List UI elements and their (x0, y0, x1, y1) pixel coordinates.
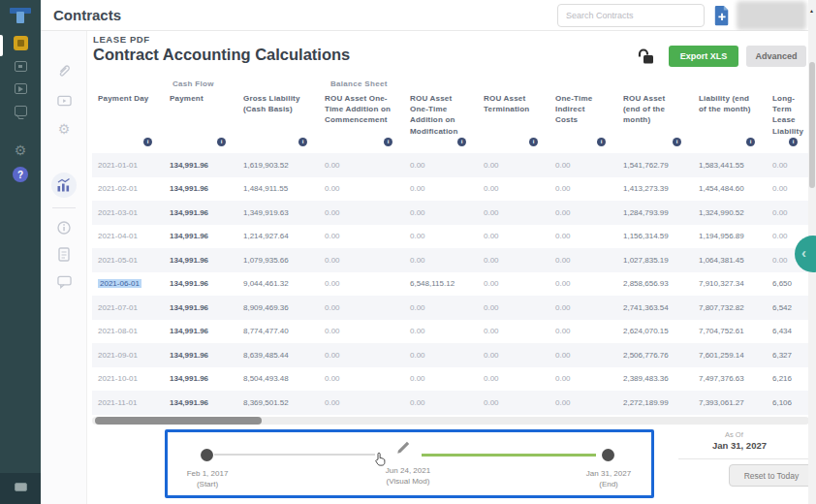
table-row[interactable]: 2021-02-01134,991.961,484,911.550.000.00… (92, 177, 809, 202)
column-info-icon[interactable]: i (298, 138, 307, 146)
table-row[interactable]: 2021-10-01134,991.968,504,493.480.000.00… (92, 367, 809, 392)
payment-day-cell[interactable]: 2021-05-01 (92, 256, 164, 265)
table-row[interactable]: 2021-07-01134,991.968,909,469.360.000.00… (92, 296, 809, 320)
add-document-button[interactable] (713, 5, 731, 30)
table-cell: 0.00 (319, 232, 404, 240)
timeline-end-caption: (End) (565, 480, 652, 488)
table-cell: 6,548,115.12 (404, 279, 478, 288)
table-row[interactable]: 2021-04-01134,991.961,214,927.640.000.00… (92, 225, 809, 249)
column-info-icon[interactable]: i (597, 138, 606, 146)
column-info-icon[interactable]: i (789, 138, 798, 146)
table-cell: 1,541,762.79 (617, 161, 693, 170)
payment-day-cell[interactable]: 2021-07-01 (92, 303, 164, 312)
table-row[interactable]: 2021-01-01134,991.961,619,903.520.000.00… (92, 153, 809, 177)
table-row[interactable]: 2021-11-01134,991.968,369,501.520.000.00… (92, 391, 809, 415)
tool-info[interactable] (41, 221, 87, 235)
timeline-start-caption: (Start) (164, 480, 251, 488)
info-cell: i (617, 138, 693, 146)
sidebar-item-apps[interactable] (0, 61, 41, 72)
tool-attachments[interactable] (41, 63, 87, 78)
table-cell: 2,858,656.93 (617, 279, 693, 288)
horizontal-scrollbar[interactable] (92, 417, 809, 425)
table-cell: 134,991.96 (164, 184, 237, 193)
horizontal-scrollbar-thumb[interactable] (95, 417, 262, 425)
export-xls-button[interactable]: Export XLS (669, 46, 738, 67)
tool-document[interactable] (41, 247, 87, 262)
sidebar-item-settings[interactable]: ⚙ (0, 143, 41, 157)
column-header: Payment (164, 93, 237, 137)
search-input[interactable] (557, 4, 705, 27)
chevron-left-icon: ‹ (801, 244, 806, 261)
table-cell: 0.00 (319, 256, 404, 265)
sidebar-item-share[interactable] (0, 83, 41, 94)
table-info-row: iiiiiiiiii (92, 138, 809, 146)
table-cell: 0.00 (549, 351, 617, 360)
payment-day-cell[interactable]: 2021-08-01 (92, 327, 164, 335)
table-cell: 134,991.96 (164, 374, 237, 383)
column-info-icon[interactable]: i (746, 138, 755, 146)
vertical-scrollbar-thumb[interactable] (809, 62, 815, 188)
payment-day-cell[interactable]: 2021-10-01 (92, 374, 164, 383)
app-logo[interactable] (0, 6, 41, 25)
sidebar-item-tray[interactable] (0, 483, 41, 491)
column-header: Gross Liability (Cash Basis) (237, 93, 319, 137)
payment-day-cell[interactable]: 2021-11-01 (92, 398, 164, 407)
table-row[interactable]: 2021-03-01134,991.961,349,919.630.000.00… (92, 201, 809, 225)
table-cell: 134,991.96 (164, 303, 237, 312)
payment-day-cell[interactable]: 2021-03-01 (92, 208, 164, 217)
timeline-mod-date: Jun 24, 2021 (364, 466, 452, 475)
contracts-active-icon (14, 36, 28, 50)
table-row[interactable]: 2021-05-01134,991.961,079,935.660.000.00… (92, 248, 809, 272)
column-info-icon[interactable]: i (217, 138, 226, 146)
column-info-icon[interactable]: i (529, 138, 538, 146)
column-info-icon[interactable]: i (143, 138, 152, 146)
sidebar-item-help[interactable]: ? (0, 167, 41, 182)
lock-toggle[interactable] (636, 47, 655, 65)
table-cell: 0.00 (549, 184, 617, 193)
tool-config[interactable]: ⚙ (41, 122, 87, 136)
table-row[interactable]: 2021-09-01134,991.968,639,485.440.000.00… (92, 343, 809, 367)
timeline-end-handle[interactable] (602, 449, 614, 461)
sidebar-item-chat[interactable] (0, 106, 41, 116)
info-cell: i (549, 138, 617, 146)
column-header: ROU Asset (end of the month) (617, 93, 693, 137)
table-cell: 0.00 (767, 184, 809, 193)
table-cell: 0.00 (478, 351, 549, 360)
payment-day-cell[interactable]: 2021-04-01 (92, 232, 164, 240)
reset-to-today-button[interactable]: Reset to Today (729, 464, 814, 487)
comment-icon (57, 275, 72, 289)
sidebar-item-contracts[interactable] (0, 36, 41, 50)
column-info-icon[interactable]: i (384, 138, 392, 146)
selected-date[interactable]: 2021-06-01 (98, 279, 141, 288)
column-header: ROU Asset One-Time Addition on Commencem… (319, 93, 404, 137)
table-cell: 1,027,835.19 (617, 256, 693, 265)
tool-video[interactable] (41, 95, 87, 107)
table-cell: 134,991.96 (164, 398, 237, 407)
tool-calculations-active[interactable] (41, 177, 87, 193)
payment-day-cell[interactable]: 2021-01-01 (92, 161, 164, 170)
payment-day-cell[interactable]: 2021-09-01 (92, 351, 164, 360)
table-cell: 0.00 (319, 351, 404, 360)
table-cell: 1,484,911.55 (237, 184, 319, 193)
table-cell: 8,504,493.48 (237, 374, 319, 383)
payment-day-cell[interactable]: 2021-06-01 (92, 279, 164, 288)
column-info-icon[interactable]: i (673, 138, 681, 146)
table-cell: 2,506,776.76 (617, 351, 693, 360)
avatar[interactable] (737, 1, 806, 30)
advanced-button[interactable]: Advanced (746, 46, 806, 67)
scroll-up-arrow[interactable]: ▲ (809, 8, 814, 14)
table-row[interactable]: 2021-06-01134,991.969,044,461.320.006,54… (92, 272, 809, 297)
table-cell: 0.00 (319, 303, 404, 312)
table-row[interactable]: 2021-08-01134,991.968,774,477.400.000.00… (92, 320, 809, 344)
column-info-icon[interactable]: i (457, 138, 466, 146)
payment-day-cell[interactable]: 2021-02-01 (92, 184, 164, 193)
table-cell: 0.00 (549, 161, 617, 170)
table-cell: 134,991.96 (164, 232, 237, 240)
table-cell: 7,910,327.34 (693, 279, 767, 288)
info-icon (57, 221, 71, 235)
table-row[interactable]: 2021-12-01134,991.968,234,509.560.000.00… (92, 415, 809, 417)
table-cell: 0.00 (478, 232, 549, 240)
timeline-start-handle[interactable] (201, 449, 213, 461)
tool-comments[interactable] (41, 275, 87, 289)
edit-mod-button[interactable] (395, 438, 413, 456)
